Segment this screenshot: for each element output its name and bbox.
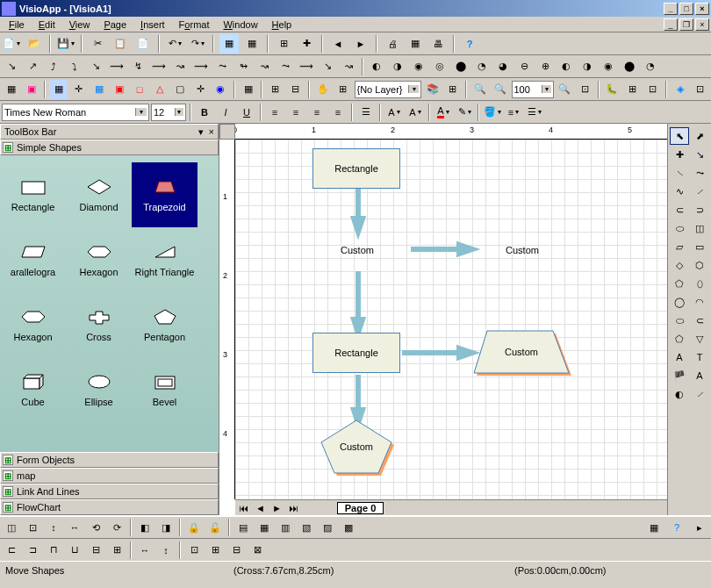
tb-btn-a[interactable]: ▦	[219, 34, 239, 54]
shape-arallelogra[interactable]: arallelogra	[0, 227, 66, 292]
toolbox-close[interactable]: ×	[209, 126, 214, 137]
bt-12[interactable]: ▦	[255, 518, 274, 537]
bt-11[interactable]: ▤	[233, 518, 253, 537]
rtool-2b[interactable]: ⤳	[690, 164, 709, 182]
tab-last[interactable]: ⏭	[285, 503, 302, 513]
shape-diamond[interactable]: Diamond	[66, 162, 132, 227]
canvas-shape-pent[interactable]: Custom	[321, 420, 391, 473]
page-tab[interactable]: Page 0	[337, 502, 384, 514]
arr-11[interactable]: ◑	[578, 57, 597, 76]
category-flowchart[interactable]: ⊞FlowChart	[0, 499, 219, 515]
arr-5[interactable]: ⬤	[451, 57, 470, 76]
minimize-button[interactable]: _	[664, 3, 678, 15]
conn-14[interactable]: ⤳	[276, 57, 295, 76]
grid-1[interactable]: ▦	[2, 80, 20, 99]
cut-button[interactable]: ✂	[88, 34, 107, 54]
zoom-out[interactable]: 🔍	[491, 80, 509, 99]
bt-9[interactable]: 🔒	[184, 518, 204, 537]
menu-help[interactable]: Help	[265, 18, 299, 32]
undo-button[interactable]: ↶▾	[165, 34, 184, 54]
canvas-shape-trap[interactable]: Custom	[474, 331, 569, 373]
bt-1[interactable]: ◫	[2, 518, 21, 537]
tool-x5[interactable]: ⊡	[691, 80, 709, 99]
arr-3[interactable]: ◉	[409, 57, 428, 76]
rtool-6a[interactable]: ▱	[670, 238, 689, 255]
maximize-button[interactable]: □	[679, 3, 693, 15]
rtool-3a[interactable]: ∿	[670, 183, 689, 200]
paste-button[interactable]: 📄	[133, 34, 153, 54]
rtool-8b[interactable]: ⬯	[690, 275, 709, 292]
drawing-canvas[interactable]: Rectangle Custom Custom Rectangle Custom…	[235, 140, 667, 499]
bold-button[interactable]: B	[195, 103, 214, 122]
grid-12[interactable]: ▦	[239, 80, 257, 99]
bt-14[interactable]: ▧	[297, 518, 316, 537]
al-1[interactable]: ⊏	[2, 541, 21, 560]
mdi-restore[interactable]: ❐	[679, 18, 693, 31]
underline-button[interactable]: U	[237, 103, 256, 122]
rtool-6b[interactable]: ▭	[690, 238, 709, 255]
fontsize-combo[interactable]: ▾	[151, 104, 186, 121]
rtool-1b[interactable]: ↘	[690, 146, 709, 163]
bt-r2[interactable]: ?	[667, 518, 686, 537]
shape-trapezoid[interactable]: Trapezoid	[132, 162, 198, 227]
arr-10[interactable]: ◐	[557, 57, 576, 76]
category-form[interactable]: ⊞Form Objects	[0, 452, 219, 468]
menu-window[interactable]: Window	[216, 18, 264, 32]
tb-btn-b[interactable]: ▦	[242, 34, 262, 54]
conn-6[interactable]: ⟿	[107, 57, 126, 76]
rtool-13b[interactable]: A	[690, 367, 709, 384]
rtool-0b[interactable]: ⬈	[690, 127, 709, 145]
grid-4[interactable]: ✛	[69, 80, 88, 99]
canvas-shape-diamond1[interactable]: Custom	[323, 232, 391, 269]
arr-1[interactable]: ◐	[367, 57, 386, 76]
rtool-12b[interactable]: T	[690, 348, 709, 366]
menu-view[interactable]: View	[62, 18, 97, 32]
bt-15[interactable]: ▨	[318, 518, 337, 537]
bt-3[interactable]: ↕	[44, 518, 63, 537]
grid-5[interactable]: ▦	[90, 80, 108, 99]
rtool-9a[interactable]: ◯	[670, 293, 689, 311]
conn-16[interactable]: ↘	[318, 57, 337, 76]
al-12[interactable]: ⊠	[248, 541, 267, 560]
conn-2[interactable]: ↗	[23, 57, 42, 76]
tb-btn-c[interactable]: ⊞	[274, 34, 293, 54]
tool-x4[interactable]: ◈	[671, 80, 689, 99]
shape-hexagon[interactable]: Hexagon	[0, 292, 66, 357]
shape-hexagon[interactable]: Hexagon	[66, 227, 132, 292]
list-button[interactable]: ☰	[356, 103, 376, 122]
tab-next[interactable]: ►	[269, 503, 285, 513]
open-button[interactable]: 📂	[25, 34, 44, 54]
shape-bevel[interactable]: Bevel	[132, 357, 198, 422]
rtool-14b[interactable]: ⟋	[690, 385, 709, 403]
rtool-10b[interactable]: ⊂	[690, 312, 709, 329]
bt-16[interactable]: ▩	[339, 518, 358, 537]
bt-2[interactable]: ⊡	[23, 518, 42, 537]
align-justify[interactable]: ≡	[328, 103, 348, 122]
canvas-shape-rect1[interactable]: Rectangle	[312, 148, 400, 189]
shape-right-triangle[interactable]: Right Triangle	[132, 227, 198, 292]
italic-button[interactable]: I	[216, 103, 235, 122]
mdi-close[interactable]: ×	[695, 18, 709, 31]
rtool-7a[interactable]: ◇	[670, 256, 689, 274]
al-5[interactable]: ⊟	[86, 541, 105, 560]
grid-15[interactable]: ⊞	[334, 80, 352, 99]
grid-7[interactable]: □	[131, 80, 149, 99]
grid-3[interactable]: ▦	[49, 80, 68, 99]
shape-rectangle[interactable]: Rectangle	[0, 162, 66, 227]
arr-8[interactable]: ⊖	[514, 57, 534, 76]
category-link[interactable]: ⊞Link And Lines	[0, 484, 219, 499]
fill-color[interactable]: 🪣▾	[483, 103, 502, 122]
zoom-btn2[interactable]: ⊡	[576, 80, 594, 99]
copy-button[interactable]: 📋	[111, 34, 130, 54]
conn-1[interactable]: ↘	[2, 57, 21, 76]
zoom-combo[interactable]: ▾	[512, 81, 554, 98]
close-button[interactable]: ×	[695, 3, 709, 15]
line-color[interactable]: ≡▾	[504, 103, 523, 122]
arr-7[interactable]: ◕	[493, 57, 513, 76]
bt-r1[interactable]: ▦	[644, 518, 664, 537]
al-11[interactable]: ⊟	[226, 541, 246, 560]
arr-14[interactable]: ◔	[641, 57, 660, 76]
save-button[interactable]: 💾▾	[56, 34, 75, 54]
forward-button[interactable]: ►	[351, 34, 370, 54]
layer-btn[interactable]: 📚	[423, 80, 442, 99]
